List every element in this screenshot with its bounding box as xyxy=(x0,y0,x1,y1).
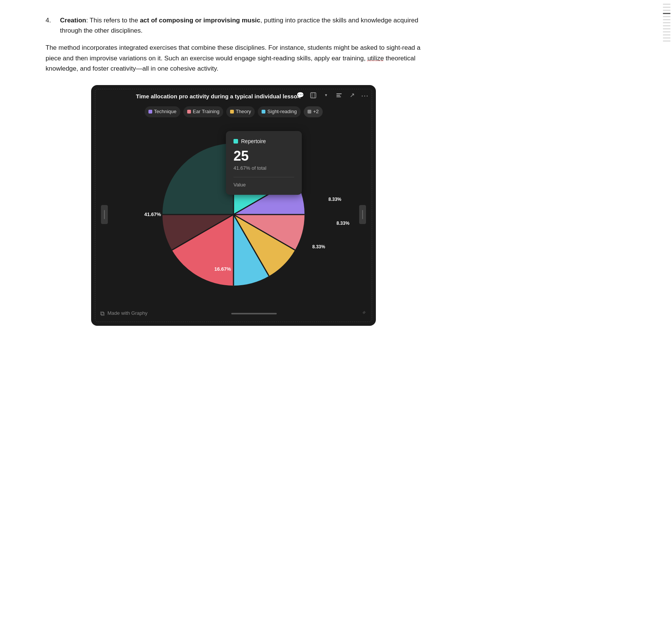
item-bold: act of composing or improvising music xyxy=(140,17,260,24)
graphy-badge: ⧉ Made with Graphy xyxy=(100,309,148,319)
frame-icon[interactable] xyxy=(308,90,318,100)
underline-word: utilize xyxy=(368,55,384,62)
handle-inner-right xyxy=(362,210,363,219)
item-number: 4. xyxy=(46,15,57,36)
scrollbar-line-active xyxy=(663,13,670,14)
scrollbar-line xyxy=(663,4,670,5)
svg-rect-4 xyxy=(336,95,340,96)
legend-item-sight-reading[interactable]: Sight-reading xyxy=(258,106,300,117)
numbered-item-4: 4. Creation: This refers to the act of c… xyxy=(46,15,429,36)
page-container: 4. Creation: This refers to the act of c… xyxy=(0,0,672,349)
handle-inner xyxy=(104,210,105,219)
scrollbar-line xyxy=(663,35,670,35)
pie-label-833c: 8.33% xyxy=(312,244,325,251)
scrollbar-line xyxy=(663,25,670,26)
right-handle[interactable] xyxy=(359,205,366,224)
scrollbar-line xyxy=(663,16,670,17)
tooltip-dot xyxy=(233,139,238,144)
chevron-down-icon[interactable]: ▾ xyxy=(321,90,331,100)
pie-label-41: 41.67% xyxy=(144,210,161,218)
resize-icon[interactable] xyxy=(361,309,367,317)
scrollbar-line xyxy=(663,7,670,8)
legend-item-technique[interactable]: Technique xyxy=(145,106,180,117)
align-icon[interactable] xyxy=(334,90,344,100)
tooltip: Repertoire 25 41.67% of total Value xyxy=(226,131,302,195)
chart-container: 💬 ▾ ↗ ··· Time allocation pro activi xyxy=(91,85,376,326)
tooltip-header: Repertoire xyxy=(233,137,294,145)
scrollbar-line xyxy=(663,28,670,29)
tooltip-percent: 41.67% of total xyxy=(233,164,294,172)
legend-dot-ear-training xyxy=(187,110,191,114)
chart-toolbar: 💬 ▾ ↗ ··· xyxy=(295,90,370,100)
legend-label-ear-training: Ear Training xyxy=(193,108,219,116)
graphy-label: Made with Graphy xyxy=(107,309,148,317)
pie-area: 41.67% 8.33% 8.33% 8.33% 16.67% Repertoi… xyxy=(99,123,368,306)
legend-item-ear-training[interactable]: Ear Training xyxy=(183,106,223,117)
tooltip-value: 25 xyxy=(233,148,294,164)
item-text: Creation: This refers to the act of comp… xyxy=(60,15,429,36)
scrollbar-track[interactable] xyxy=(665,0,668,349)
body-paragraph: The method incorporates integrated exerc… xyxy=(46,43,429,74)
legend-label-more: +2 xyxy=(313,108,319,116)
item-colon: : This refers to the xyxy=(86,17,140,24)
svg-rect-3 xyxy=(336,93,342,94)
svg-rect-0 xyxy=(311,93,316,98)
pie-label-833b: 8.33% xyxy=(336,220,349,227)
item-label: Creation xyxy=(60,17,86,24)
tooltip-field-label: Value xyxy=(233,181,294,189)
pie-label-833a: 8.33% xyxy=(328,196,341,204)
pie-segment-cyan2 xyxy=(162,144,233,215)
legend-label-sight-reading: Sight-reading xyxy=(267,108,297,116)
svg-rect-5 xyxy=(336,96,341,97)
text-section: 4. Creation: This refers to the act of c… xyxy=(30,15,429,74)
comment-icon[interactable]: 💬 xyxy=(295,90,305,100)
graphy-icon: ⧉ xyxy=(100,309,104,319)
left-handle[interactable] xyxy=(101,205,108,224)
legend-dot-more xyxy=(308,110,311,114)
scrollbar-line xyxy=(663,22,670,23)
tooltip-divider xyxy=(233,177,294,177)
pie-label-1667: 16.67% xyxy=(215,265,231,273)
legend-item-theory[interactable]: Theory xyxy=(226,106,255,117)
legend-label-theory: Theory xyxy=(236,108,251,116)
tooltip-name: Repertoire xyxy=(241,137,266,145)
bottom-indicator xyxy=(231,313,277,314)
paragraph-text: The method incorporates integrated exerc… xyxy=(46,44,420,62)
scrollbar-line xyxy=(663,19,670,20)
scrollbar-line xyxy=(663,41,670,41)
legend-row: Technique Ear Training Theory Sight-read… xyxy=(99,106,368,117)
legend-dot-sight-reading xyxy=(262,110,265,114)
legend-dot-technique xyxy=(148,110,152,114)
more-icon[interactable]: ··· xyxy=(360,90,370,100)
legend-item-more[interactable]: +2 xyxy=(304,106,323,117)
chart-bottom: ⧉ Made with Graphy xyxy=(99,309,368,319)
scrollbar-line xyxy=(663,10,670,11)
expand-icon[interactable]: ↗ xyxy=(347,90,357,100)
scrollbar-line xyxy=(663,38,670,38)
legend-label-technique: Technique xyxy=(154,108,177,116)
scrollbar-line xyxy=(663,32,670,32)
legend-dot-theory xyxy=(230,110,234,114)
